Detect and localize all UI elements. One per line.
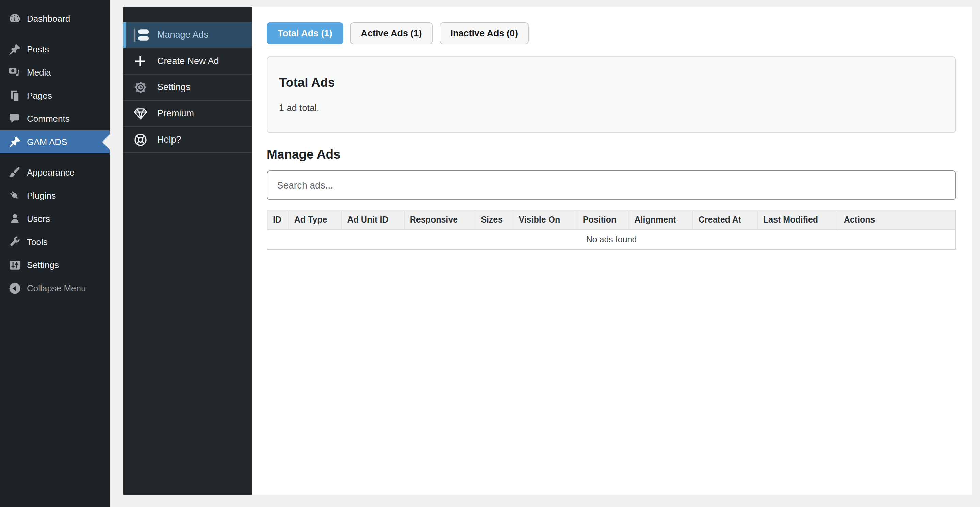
plugin-menu-label: Settings [157, 82, 191, 92]
plugin-menu-label: Manage Ads [157, 30, 208, 40]
empty-message: No ads found [267, 229, 956, 250]
gauge-icon [8, 13, 21, 25]
sidebar-item-label: Appearance [27, 167, 75, 178]
comment-bubble-icon [8, 113, 21, 125]
sidebar-item-label: Settings [27, 260, 59, 270]
plugin-menu-help[interactable]: Help? [123, 127, 252, 153]
search-input[interactable] [267, 170, 956, 200]
pushpin-icon [8, 136, 21, 148]
sidebar-item-media[interactable]: Media [0, 61, 110, 84]
pushpin-icon [8, 43, 21, 56]
sidebar-item-comments[interactable]: Comments [0, 107, 110, 130]
sidebar-item-settings[interactable]: Settings [0, 253, 110, 277]
card-title: Total Ads [279, 76, 944, 90]
pages-icon [8, 89, 21, 102]
list-icon [134, 27, 149, 43]
plugin-menu-label: Create New Ad [157, 56, 219, 66]
main-content: Total Ads (1) Active Ads (1) Inactive Ad… [252, 7, 972, 495]
table-header-row: ID Ad Type Ad Unit ID Responsive Sizes V… [267, 210, 956, 229]
sidebar-item-label: Users [27, 214, 50, 224]
sidebar-item-appearance[interactable]: Appearance [0, 161, 110, 184]
page-title: Manage Ads [267, 147, 956, 162]
col-header-visible-on: Visible On [513, 210, 577, 229]
ads-table: ID Ad Type Ad Unit ID Responsive Sizes V… [267, 210, 956, 250]
camera-note-icon [8, 66, 21, 79]
tab-active-ads[interactable]: Active Ads (1) [350, 22, 433, 44]
col-header-ad-type: Ad Type [288, 210, 342, 229]
sidebar-item-label: Dashboard [27, 14, 70, 24]
tab-total-ads[interactable]: Total Ads (1) [267, 22, 343, 44]
card-body-text: 1 ad total. [279, 103, 944, 113]
plugin-menu-label: Help? [157, 134, 181, 145]
col-header-created-at: Created At [693, 210, 757, 229]
paintbrush-icon [8, 166, 21, 179]
col-header-alignment: Alignment [629, 210, 693, 229]
sidebar-item-label: Media [27, 67, 51, 78]
wrench-icon [8, 236, 21, 248]
sidebar-item-label: Posts [27, 44, 49, 55]
plugin-menu-premium[interactable]: Premium [123, 101, 252, 127]
sidebar-item-label: Tools [27, 237, 48, 247]
plugin-menu-label: Premium [157, 108, 194, 119]
sidebar-item-dashboard[interactable]: Dashboard [0, 7, 110, 30]
col-header-sizes: Sizes [475, 210, 513, 229]
life-ring-icon [134, 132, 149, 147]
collapse-arrow-icon [8, 282, 21, 295]
sidebar-item-label: Collapse Menu [27, 283, 86, 294]
sidebar-item-plugins[interactable]: Plugins [0, 184, 110, 207]
total-ads-summary-card: Total Ads 1 ad total. [267, 57, 956, 133]
diamond-icon [134, 106, 149, 121]
gear-icon [134, 80, 149, 95]
col-header-actions: Actions [838, 210, 956, 229]
col-header-position: Position [577, 210, 629, 229]
plug-icon [8, 189, 21, 202]
plus-icon [134, 54, 149, 69]
col-header-ad-unit-id: Ad Unit ID [342, 210, 404, 229]
sidebar-item-gam-ads[interactable]: GAM ADS [0, 130, 110, 153]
sidebar-item-label: Plugins [27, 191, 56, 201]
col-header-id: ID [267, 210, 288, 229]
sidebar-item-posts[interactable]: Posts [0, 38, 110, 61]
col-header-responsive: Responsive [404, 210, 475, 229]
col-header-last-modified: Last Modified [757, 210, 838, 229]
sidebar-item-label: GAM ADS [27, 137, 67, 147]
wp-admin-sidebar: Dashboard Posts Media Pages C [0, 0, 110, 507]
sidebar-item-pages[interactable]: Pages [0, 84, 110, 107]
sliders-icon [8, 259, 21, 272]
tab-inactive-ads[interactable]: Inactive Ads (0) [440, 22, 529, 44]
ads-filter-tabs: Total Ads (1) Active Ads (1) Inactive Ad… [267, 22, 956, 44]
plugin-menu-manage-ads[interactable]: Manage Ads [123, 22, 252, 48]
plugin-menu-create-new-ad[interactable]: Create New Ad [123, 48, 252, 75]
sidebar-item-label: Pages [27, 91, 52, 101]
sidebar-item-users[interactable]: Users [0, 207, 110, 230]
gam-ads-plugin-menu: Manage Ads Create New Ad Settings [123, 8, 252, 495]
sidebar-item-tools[interactable]: Tools [0, 230, 110, 253]
table-empty-row: No ads found [267, 229, 956, 250]
user-icon [8, 213, 21, 225]
plugin-menu-settings[interactable]: Settings [123, 75, 252, 101]
sidebar-item-label: Comments [27, 114, 70, 124]
sidebar-item-collapse-menu[interactable]: Collapse Menu [0, 277, 110, 300]
